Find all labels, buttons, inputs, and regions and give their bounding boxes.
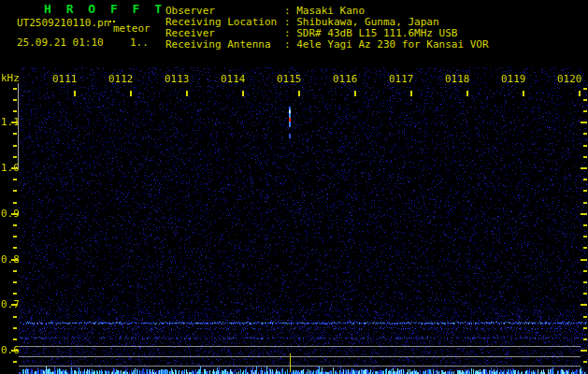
freq-tick-minor-left xyxy=(13,133,17,135)
time-tick xyxy=(354,91,356,96)
time-tick xyxy=(466,91,468,96)
time-label: 0116 xyxy=(333,74,358,85)
freq-tick-minor-right xyxy=(583,133,587,135)
freq-tick-minor-left xyxy=(13,202,17,204)
freq-label: 0.6 xyxy=(1,345,20,356)
freq-tick-minor-right xyxy=(583,361,587,363)
freq-tick-minor-left xyxy=(13,247,17,249)
freq-tick-major-right xyxy=(581,122,587,123)
freq-tick-minor-right xyxy=(583,281,587,283)
freq-unit-label: kHz xyxy=(1,73,20,84)
freq-tick-minor-right xyxy=(583,316,587,318)
field-label-receiving-antenna: Receiving Antenna xyxy=(165,39,271,50)
freq-tick-minor-left xyxy=(13,338,17,340)
time-label: 0113 xyxy=(165,74,190,85)
freq-tick-minor-right xyxy=(583,270,587,272)
freq-tick-minor-right xyxy=(583,156,587,158)
freq-label: 1.0 xyxy=(1,163,20,174)
freq-tick-minor-right xyxy=(583,327,587,329)
hrofft-screen: H R O F F T UT2509210110.pn meteor 25.09… xyxy=(0,0,588,374)
freq-label: 1.1 xyxy=(1,117,20,128)
freq-label: 0.7 xyxy=(1,299,20,310)
field-value-receiving-antenna: : 4ele Yagi Az 230 for Kansai VOR xyxy=(284,39,489,50)
spectrogram-canvas xyxy=(19,67,588,374)
freq-tick-minor-right xyxy=(583,202,587,204)
freq-tick-major-right xyxy=(581,167,587,169)
freq-tick-minor-left xyxy=(13,316,17,318)
freq-tick-major-right xyxy=(581,350,587,352)
freq-tick-minor-left xyxy=(13,190,17,192)
time-label: 0118 xyxy=(445,74,470,85)
freq-label: 0.9 xyxy=(1,209,20,220)
freq-tick-minor-left xyxy=(13,156,17,158)
time-tick xyxy=(242,91,244,96)
time-tick xyxy=(410,91,412,96)
time-label: 0119 xyxy=(501,74,526,85)
freq-tick-minor-right xyxy=(583,224,587,226)
time-label: 0112 xyxy=(108,74,134,85)
freq-tick-minor-right xyxy=(583,338,587,340)
time-tick xyxy=(186,91,188,96)
freq-tick-minor-right xyxy=(583,110,587,112)
freq-tick-minor-left xyxy=(13,224,17,226)
time-label: 0115 xyxy=(277,74,302,85)
freq-tick-minor-left xyxy=(13,293,17,295)
freq-label: 0.8 xyxy=(1,254,20,266)
freq-tick-minor-left xyxy=(13,236,17,237)
freq-tick-minor-left xyxy=(13,361,17,363)
time-label: 0117 xyxy=(389,74,414,85)
freq-tick-major-right xyxy=(581,213,587,215)
text-overlap-artifact xyxy=(109,21,111,22)
observation-datetime: 25.09.21 01:10 xyxy=(17,37,104,49)
freq-tick-minor-left xyxy=(13,110,17,112)
freq-tick-minor-left xyxy=(13,145,17,147)
freq-tick-minor-right xyxy=(583,179,587,180)
time-tick xyxy=(74,91,76,96)
time-tick xyxy=(523,91,524,96)
freq-tick-minor-left xyxy=(13,99,17,101)
freq-tick-major-right xyxy=(581,259,587,261)
freq-tick-minor-right xyxy=(583,190,587,192)
time-label: 0111 xyxy=(52,74,78,85)
output-filename: UT2509210110.pn xyxy=(17,18,109,29)
freq-axis-line xyxy=(18,83,19,169)
app-title: H R O F F T xyxy=(44,2,165,16)
time-tick xyxy=(298,91,300,96)
freq-tick-minor-right xyxy=(583,236,587,237)
freq-tick-minor-right xyxy=(583,99,587,101)
freq-tick-major-right xyxy=(581,304,587,306)
freq-tick-minor-left xyxy=(13,281,17,283)
freq-tick-minor-right xyxy=(583,145,587,147)
time-tick xyxy=(579,91,581,96)
observation-comment: meteor xyxy=(113,23,151,35)
freq-tick-minor-left xyxy=(13,327,17,329)
time-note: 1.. xyxy=(130,37,149,49)
freq-tick-minor-right xyxy=(583,88,587,90)
freq-tick-minor-right xyxy=(583,293,587,295)
freq-tick-minor-left xyxy=(13,179,17,180)
time-label: 0120 xyxy=(557,74,582,85)
freq-tick-minor-left xyxy=(13,270,17,272)
time-tick xyxy=(130,91,132,96)
freq-tick-minor-left xyxy=(13,88,17,90)
time-label: 0114 xyxy=(221,74,246,85)
freq-tick-minor-right xyxy=(583,247,587,249)
